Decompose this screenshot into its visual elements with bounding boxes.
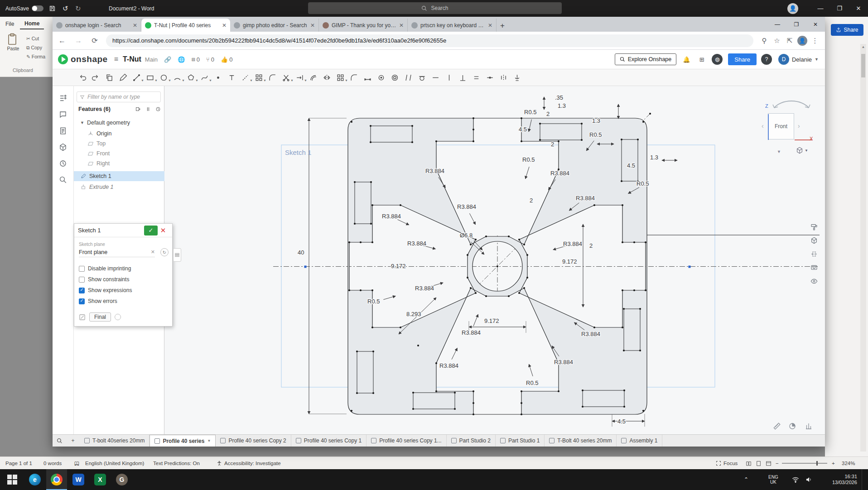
taskbar-gimp-icon[interactable]: G [111, 469, 132, 490]
onshape-tab-0[interactable]: T-bolt 40series 20mm [80, 435, 149, 447]
feature-filter-input[interactable]: Filter by name or type [77, 91, 161, 102]
mirror-icon[interactable] [321, 72, 333, 83]
workspace-name[interactable]: Main [145, 56, 158, 63]
browser-tab-4[interactable]: prtscn key on keyboard - Search ✕ [408, 19, 497, 32]
close-icon[interactable]: ✕ [849, 0, 868, 17]
user-avatar[interactable]: D [778, 54, 789, 65]
onshape-tab-7[interactable]: T-Bolt 40 series 20mm [545, 435, 617, 447]
web-layout-icon[interactable] [766, 461, 772, 466]
show-desktop-button[interactable] [862, 469, 866, 490]
tree-node-front-plane[interactable]: Front [74, 149, 164, 159]
page-indicator[interactable]: Page 1 of 1 [5, 457, 32, 470]
proofing-icon[interactable]: 🕮 [74, 457, 80, 470]
chrome-restore-icon[interactable]: ❐ [787, 17, 806, 32]
onshape-tab-8[interactable]: Assembly 1 [617, 435, 662, 447]
checkbox-show-constraints[interactable]: Show constraints [79, 276, 129, 283]
circle-icon[interactable]: ▼ [158, 72, 169, 83]
perpendicular-icon[interactable] [457, 72, 468, 83]
volume-icon[interactable] [805, 469, 812, 490]
document-outline-icon[interactable] [57, 125, 69, 137]
tab-close-icon[interactable]: ✕ [399, 22, 404, 29]
focus-mode-button[interactable]: Focus [716, 457, 738, 470]
minimize-icon[interactable]: — [811, 0, 830, 17]
history-icon[interactable] [57, 158, 69, 169]
chrome-minimize-icon[interactable]: — [768, 17, 787, 32]
symmetric-icon[interactable] [497, 72, 509, 83]
user-menu-caret-icon[interactable]: ▼ [815, 57, 819, 62]
midpoint-icon[interactable] [484, 72, 496, 83]
copy-button[interactable]: ⧉ Copy [26, 45, 42, 51]
concentric-icon[interactable] [389, 72, 400, 83]
extend-icon[interactable]: ▼ [294, 72, 305, 83]
dimension-icon[interactable] [362, 72, 373, 83]
chamfer-icon[interactable] [348, 72, 360, 83]
notifications-bell-icon[interactable]: 🔔 [681, 54, 692, 65]
sketch-icon[interactable] [117, 72, 129, 83]
text-icon[interactable] [226, 72, 237, 83]
named-views-icon[interactable] [808, 261, 820, 274]
tangent-icon[interactable] [416, 72, 428, 83]
tree-node-extrude-1[interactable]: Extrude 1 [74, 182, 164, 192]
offset-icon[interactable] [307, 72, 319, 83]
profile-avatar[interactable]: 👤 [796, 34, 809, 47]
start-button[interactable] [2, 469, 23, 490]
format-painter-button[interactable]: ✎ Forma [26, 54, 45, 59]
browser-tab-2[interactable]: gimp photo editor - Search ✕ [230, 19, 319, 32]
side-panel-icon[interactable]: ⇱ [783, 34, 796, 47]
checkbox-icon[interactable] [79, 266, 85, 272]
zoom-out-icon[interactable]: − [776, 457, 779, 470]
info-icon[interactable] [115, 314, 121, 320]
reload-icon[interactable]: ⟳ [88, 34, 101, 48]
forward-icon[interactable]: → [72, 34, 85, 48]
dialog-list-handle[interactable] [173, 248, 181, 262]
print-layout-icon[interactable] [756, 461, 762, 466]
word-search-box[interactable]: Search [308, 2, 562, 14]
rectangle-icon[interactable]: ▼ [144, 72, 156, 83]
ribbon-tab-home[interactable]: Home [20, 19, 44, 29]
onshape-tab-6[interactable]: Part Studio 1 [496, 435, 545, 447]
line-icon[interactable]: ▼ [130, 72, 142, 83]
user-name[interactable]: Delanie [792, 56, 812, 63]
search-panel-icon[interactable] [57, 174, 69, 186]
autosave-toggle[interactable]: AutoSave [5, 0, 43, 17]
point-icon[interactable] [212, 72, 224, 83]
view-menu-caret-icon[interactable]: ▼ [777, 149, 781, 154]
checkbox-icon[interactable] [79, 277, 85, 283]
zoom-slider-thumb[interactable] [816, 461, 818, 466]
zoom-slider[interactable] [782, 463, 827, 464]
polygon-icon[interactable]: ▼ [185, 72, 197, 83]
pattern-linear-icon[interactable]: ▼ [253, 72, 265, 83]
public-icon[interactable]: 🌐 [178, 56, 185, 63]
onshape-tab-1[interactable]: Profile 40 series▼ [149, 435, 216, 447]
likes-count[interactable]: 👍 0 [221, 56, 232, 63]
bookmark-star-icon[interactable]: ☆ [771, 34, 783, 47]
plane-history-icon[interactable]: ↻ [160, 248, 169, 256]
spline-icon[interactable]: ▼ [198, 72, 210, 83]
community-icon[interactable]: ◍ [712, 54, 723, 65]
word-scrollbar[interactable]: ▲ [860, 44, 866, 452]
arc-icon[interactable]: ▼ [171, 72, 183, 83]
trim-icon[interactable]: ▼ [280, 72, 292, 83]
tab-close-icon[interactable]: ✕ [310, 22, 315, 29]
undo-icon[interactable] [76, 72, 88, 83]
checkbox-icon[interactable] [79, 298, 85, 304]
app-store-icon[interactable]: ⊞ [696, 54, 707, 65]
vertical-icon[interactable] [443, 72, 455, 83]
browser-tab-0[interactable]: onshape login - Search ✕ [53, 19, 141, 32]
text-predictions[interactable]: Text Predictions: On [153, 457, 200, 470]
taskbar-word-icon[interactable]: W [68, 469, 89, 490]
redo-icon[interactable]: ↻ [75, 0, 81, 17]
checkbox-show-expressions[interactable]: Show expressions [79, 287, 132, 293]
performance-icon[interactable] [804, 422, 813, 430]
display-options-icon[interactable] [808, 274, 820, 288]
explore-onshape-button[interactable]: Explore Onshape [615, 53, 677, 65]
link-icon[interactable]: 🔗 [164, 56, 171, 63]
chrome-close-icon[interactable]: ✕ [806, 17, 825, 32]
tab-close-icon[interactable]: ✕ [222, 22, 227, 29]
tree-node-top-plane[interactable]: Top [74, 139, 164, 149]
section-view-icon[interactable] [808, 247, 820, 261]
comment-icon[interactable] [57, 109, 69, 120]
mass-properties-icon[interactable] [788, 422, 797, 430]
onshape-tab-3[interactable]: Profile 40 series Copy 1 [291, 435, 366, 447]
feature-tree-icon[interactable] [57, 92, 69, 104]
